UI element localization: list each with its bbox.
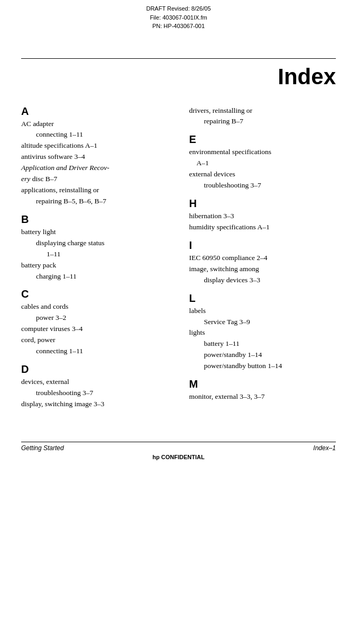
entry-humidity: humidity specifications A–1: [189, 222, 336, 233]
entry-drivers: drivers, reinstalling or repairing B–7: [189, 105, 336, 128]
entry-applications: applications, reinstalling or repairing …: [21, 185, 168, 207]
entry-labels: labels Service Tag 3–9: [189, 306, 336, 328]
draft-line2: File: 403067-001IX.fm: [0, 13, 357, 22]
content-area: A AC adapter connecting 1–11 altitude sp…: [0, 105, 357, 410]
entry-battery-light: battery light displaying charge status 1…: [21, 227, 168, 260]
draft-header: DRAFT Revised: 8/26/05 File: 403067-001I…: [0, 0, 357, 31]
entry-computer-viruses: computer viruses 3–4: [21, 324, 168, 335]
entry-image-switching: image, switching among display devices 3…: [189, 264, 336, 286]
entry-cord-power: cord, power connecting 1–11: [21, 335, 168, 357]
entry-altitude: altitude specifications A–1: [21, 140, 168, 151]
draft-line3: PN: HP-403067-001: [0, 22, 357, 31]
entry-ac-adapter: AC adapter connecting 1–11: [21, 119, 168, 141]
entry-display-switching: display, switching image 3–3: [21, 399, 168, 410]
entry-cables: cables and cords power 3–2: [21, 301, 168, 324]
footer-confidential: hp CONFIDENTIAL: [0, 452, 357, 464]
draft-line1: DRAFT Revised: 8/26/05: [0, 4, 357, 13]
column-left: A AC adapter connecting 1–11 altitude sp…: [21, 105, 173, 410]
entry-antivirus: antivirus software 3–4: [21, 151, 168, 163]
index-title: Index: [0, 59, 357, 105]
entry-iec: IEC 60950 compliance 2–4: [189, 253, 336, 264]
page-wrapper: DRAFT Revised: 8/26/05 File: 403067-001I…: [0, 0, 357, 644]
entry-environmental: environmental specifications A–1: [189, 147, 336, 169]
footer-left: Getting Started: [21, 444, 64, 452]
letter-d: D: [21, 363, 168, 375]
entry-devices-external: devices, external troubleshooting 3–7: [21, 377, 168, 399]
entry-battery-pack: battery pack charging 1–11: [21, 260, 168, 282]
letter-c: C: [21, 288, 168, 300]
letter-l: L: [189, 292, 336, 305]
entry-hibernation: hibernation 3–3: [189, 211, 336, 222]
column-right: drivers, reinstalling or repairing B–7 E…: [184, 105, 336, 410]
footer-right: Index–1: [313, 444, 336, 452]
letter-e: E: [189, 133, 336, 146]
entry-external-devices: external devices troubleshooting 3–7: [189, 169, 336, 191]
letter-b: B: [21, 213, 168, 226]
footer: Getting Started Index–1: [0, 442, 357, 452]
letter-a: A: [21, 105, 168, 118]
letter-h: H: [189, 198, 336, 210]
entry-appdriver: Application and Driver Recov- ery disc B…: [21, 163, 168, 185]
letter-m: M: [189, 378, 336, 390]
entry-monitor-external: monitor, external 3–3, 3–7: [189, 391, 336, 402]
entry-lights: lights battery 1–11 power/standby 1–14 p…: [189, 327, 336, 372]
letter-i: I: [189, 239, 336, 252]
